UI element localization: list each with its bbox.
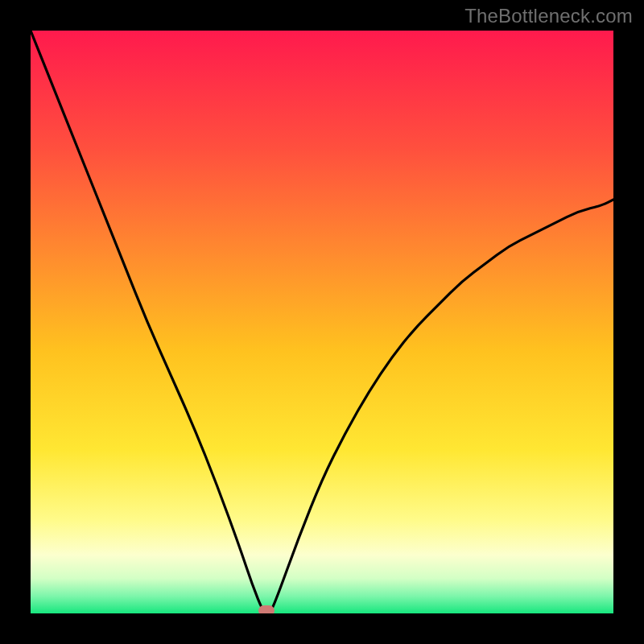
watermark-text: TheBottleneck.com (464, 5, 633, 27)
chart-frame: TheBottleneck.com (0, 0, 644, 644)
plot-area (31, 31, 613, 613)
bottleneck-curve (31, 31, 613, 613)
optimum-marker (258, 605, 275, 613)
